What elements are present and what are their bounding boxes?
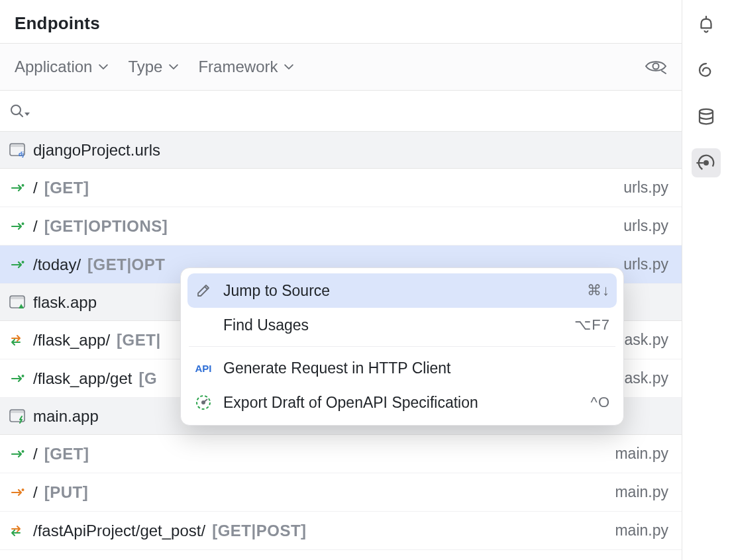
endpoint-method: [GET|OPTIONS] (44, 217, 168, 236)
spiral-icon (696, 60, 716, 80)
group-header[interactable]: dj djangoProject.urls (0, 132, 682, 169)
endpoint-path: /flask_app/get (33, 369, 132, 388)
blank-icon (194, 316, 213, 334)
svg-point-6 (22, 222, 25, 225)
chevron-down-icon (284, 62, 293, 71)
endpoint-file: ask.py (625, 369, 672, 387)
page-title: Endpoints (15, 13, 667, 34)
endpoint-row[interactable]: /fastApiProject/get_post/ [GET|POST] mai… (0, 512, 682, 550)
group-label: djangoProject.urls (33, 141, 160, 160)
menu-find-usages[interactable]: Find Usages ⌥F7 (181, 308, 623, 342)
endpoint-path: /fastApiProject/get_post/ (33, 522, 205, 540)
endpoint-path: / (33, 179, 38, 197)
endpoint-method: [GET| (117, 331, 161, 350)
api-icon: API (194, 359, 213, 377)
svg-rect-12 (11, 410, 24, 413)
chevron-down-icon (169, 62, 178, 71)
endpoint-get-icon (9, 373, 26, 385)
sidebar-endpoints[interactable] (692, 148, 721, 177)
menu-item-shortcut: ⌥F7 (574, 316, 610, 334)
sidebar-notifications[interactable] (692, 9, 721, 38)
menu-jump-to-source[interactable]: Jump to Source ⌘↓ (187, 273, 617, 308)
endpoint-row[interactable]: / [GET] main.py (0, 435, 682, 473)
menu-item-label: Find Usages (223, 316, 309, 334)
menu-generate-request[interactable]: API Generate Request in HTTP Client (181, 351, 623, 385)
endpoint-get-icon (9, 220, 26, 232)
svg-point-13 (22, 450, 25, 453)
chevron-down-icon (99, 62, 108, 71)
endpoint-file: main.py (615, 445, 672, 463)
search-icon (9, 103, 30, 119)
group-label: main.app (33, 407, 99, 426)
endpoint-row[interactable]: / [GET] urls.py (0, 169, 682, 207)
endpoint-file: urls.py (623, 217, 672, 235)
endpoint-method: [GET] (44, 179, 89, 197)
endpoint-file: main.py (615, 522, 672, 539)
django-file-icon: dj (9, 143, 26, 158)
filter-application-label: Application (15, 58, 92, 76)
endpoint-get-icon (9, 448, 26, 460)
svg-point-14 (22, 489, 25, 491)
svg-rect-3 (11, 144, 24, 147)
svg-text:dj: dj (19, 151, 24, 158)
endpoint-file: urls.py (623, 179, 672, 197)
menu-item-shortcut: ⌘↓ (587, 282, 610, 299)
toggle-preview-button[interactable] (645, 59, 667, 75)
svg-point-17 (700, 109, 713, 115)
endpoint-method: [PUT] (44, 483, 88, 502)
endpoint-path: / (33, 483, 38, 502)
filter-framework[interactable]: Framework (198, 58, 293, 76)
database-icon (696, 107, 716, 126)
flask-file-icon (9, 295, 26, 310)
openapi-icon (194, 393, 213, 412)
endpoint-file: ask.py (625, 331, 672, 349)
endpoint-path: / (33, 217, 38, 236)
filter-framework-label: Framework (198, 58, 278, 76)
endpoints-icon (696, 153, 716, 173)
svg-point-0 (653, 64, 659, 70)
endpoint-method: [GET|POST] (212, 522, 306, 540)
endpoint-mixed-icon (9, 334, 26, 346)
endpoint-get-icon (9, 182, 26, 194)
menu-item-label: Generate Request in HTTP Client (223, 359, 450, 377)
endpoint-mixed-icon (9, 525, 26, 537)
menu-separator (189, 346, 615, 347)
endpoint-path: /flask_app/ (33, 331, 110, 350)
svg-point-19 (704, 160, 709, 165)
endpoint-get-icon (9, 259, 26, 271)
endpoint-method: [GET] (44, 445, 89, 463)
menu-item-label: Export Draft of OpenAPI Specification (223, 394, 478, 412)
sidebar-code-with-me[interactable] (692, 56, 721, 85)
sidebar-database[interactable] (692, 102, 721, 131)
menu-export-openapi[interactable]: Export Draft of OpenAPI Specification ^O (181, 385, 623, 420)
endpoint-path: / (33, 445, 38, 463)
svg-point-7 (22, 261, 25, 263)
svg-point-5 (22, 184, 25, 187)
endpoint-method: [G (138, 369, 157, 388)
menu-item-label: Jump to Source (223, 282, 330, 300)
fastapi-file-icon (9, 409, 26, 424)
endpoint-method: [GET|OPT (87, 256, 165, 274)
search-input[interactable] (30, 103, 672, 120)
pencil-icon (194, 281, 213, 300)
svg-point-10 (22, 375, 25, 377)
menu-item-shortcut: ^O (591, 394, 610, 411)
endpoint-row[interactable]: / [GET|OPTIONS] urls.py (0, 207, 682, 246)
group-label: flask.app (33, 293, 97, 312)
bell-icon (696, 14, 716, 34)
endpoint-path: /today/ (33, 256, 81, 274)
endpoint-file: urls.py (623, 256, 672, 273)
filter-application[interactable]: Application (15, 58, 108, 76)
context-menu: Jump to Source ⌘↓ Find Usages ⌥F7 API Ge… (180, 267, 624, 426)
endpoint-row[interactable]: / [PUT] main.py (0, 473, 682, 512)
filter-type-label: Type (128, 58, 162, 76)
endpoint-file: main.py (615, 483, 672, 501)
endpoint-put-icon (9, 487, 26, 498)
filter-type[interactable]: Type (128, 58, 178, 76)
svg-rect-9 (11, 297, 24, 299)
